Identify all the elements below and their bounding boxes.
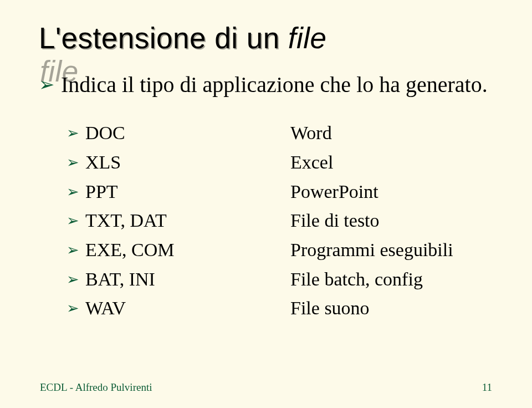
arrow-icon: ➢	[66, 148, 85, 175]
list-item: ➢ EXE, COM Programmi eseguibili	[66, 236, 493, 265]
slide: L'estensione di un file L'estensione di …	[0, 0, 532, 408]
title-front: L'estensione di un file	[39, 22, 327, 54]
list-item: ➢ PPT PowerPoint	[66, 177, 493, 207]
footer-text: ECDL - Alfredo Pulvirenti	[40, 381, 152, 394]
arrow-icon: ➢	[66, 265, 85, 292]
slide-title: L'estensione di un file L'estensione di …	[39, 22, 493, 54]
slide-body: ➢Indica il tipo di applicazione che lo h…	[39, 70, 493, 323]
list-item: ➢ WAV File suono	[66, 294, 493, 323]
ext-label: WAV	[85, 294, 290, 323]
ext-label: DOC	[85, 119, 290, 148]
ext-label: XLS	[85, 148, 290, 177]
arrow-icon: ➢	[66, 119, 85, 145]
arrow-icon: ➢	[66, 206, 85, 233]
ext-label: TXT, DAT	[85, 206, 290, 236]
arrow-icon: ➢	[66, 294, 85, 320]
ext-desc: Word	[290, 119, 493, 148]
list-item: ➢ XLS Excel	[66, 148, 493, 177]
extension-list: ➢ DOC Word ➢ XLS Excel ➢ PPT PowerPoint …	[66, 119, 493, 323]
list-item: ➢ BAT, INI File batch, config	[66, 265, 493, 294]
ext-label: BAT, INI	[85, 265, 290, 294]
title-italic-shadow: file	[40, 55, 79, 88]
list-item: ➢ DOC Word	[66, 119, 493, 148]
title-text: L'estensione di un file L'estensione di …	[39, 22, 327, 54]
page-number: 11	[482, 381, 492, 394]
list-item: ➢ TXT, DAT File di testo	[66, 206, 493, 236]
ext-label: PPT	[85, 177, 290, 207]
arrow-icon: ➢	[66, 177, 85, 204]
ext-desc: File di testo	[290, 206, 493, 236]
ext-desc: Programmi eseguibili	[290, 236, 493, 265]
ext-desc: Excel	[290, 148, 493, 177]
ext-desc: PowerPoint	[290, 177, 493, 207]
ext-desc: File suono	[290, 294, 493, 323]
ext-label: EXE, COM	[85, 236, 290, 265]
title-italic: file	[288, 22, 327, 54]
arrow-icon: ➢	[66, 236, 85, 262]
title-main: L'estensione di un	[39, 22, 288, 54]
ext-desc: File batch, config	[290, 265, 493, 294]
